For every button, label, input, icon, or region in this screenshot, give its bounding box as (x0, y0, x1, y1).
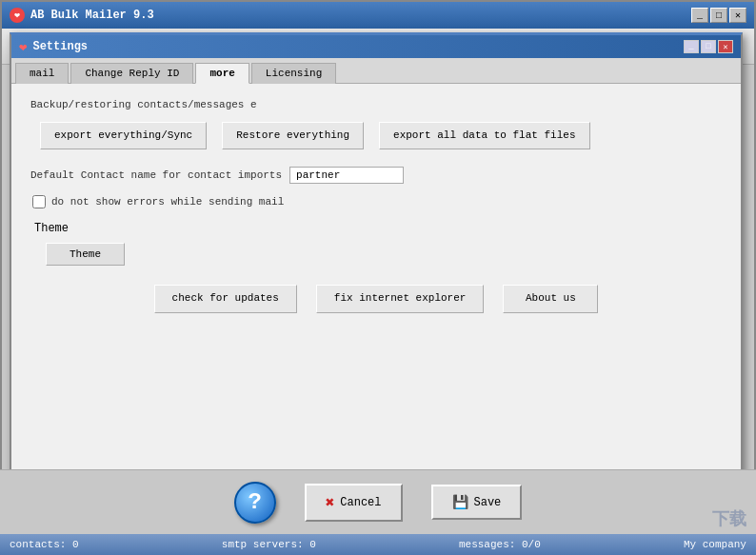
app-minimize-button[interactable]: _ (691, 8, 708, 23)
settings-title: ❤ Settings (19, 39, 88, 55)
app-title: AB Bulk Mailer 9.3 (30, 9, 154, 22)
save-button[interactable]: 💾 Save (431, 485, 523, 520)
theme-label: Theme (34, 222, 722, 235)
no-errors-row: do not show errors while sending mail (32, 195, 722, 208)
settings-titlebar: ❤ Settings _ □ ✕ (11, 35, 741, 58)
save-label: Save (474, 496, 502, 509)
settings-close-button[interactable]: ✕ (718, 40, 733, 53)
tabs-bar: mail Change Reply ID more Licensing (11, 58, 741, 84)
theme-button[interactable]: Theme (46, 243, 125, 266)
tab-mail[interactable]: mail (15, 63, 69, 84)
cancel-label: Cancel (340, 496, 381, 509)
default-contact-label: Default Contact name for contact imports (30, 169, 282, 181)
app-icon: ❤ (10, 8, 25, 23)
settings-title-text: Settings (32, 40, 88, 53)
status-contacts: contacts: 0 (10, 539, 79, 550)
check-updates-button[interactable]: check for updates (154, 285, 297, 312)
save-icon: 💾 (452, 494, 468, 510)
app-maximize-button[interactable]: □ (710, 8, 727, 23)
status-company: My company (684, 539, 746, 550)
theme-section: Theme Theme (30, 222, 722, 266)
about-button[interactable]: About us (503, 285, 598, 312)
status-smtp: smtp servers: 0 (222, 539, 316, 550)
watermark: 下载 (712, 507, 746, 530)
status-messages: messages: 0/0 (459, 539, 541, 550)
app-footer: ? ✖ Cancel 💾 Save (0, 469, 756, 534)
default-contact-input[interactable] (289, 167, 404, 184)
cancel-button[interactable]: ✖ Cancel (305, 484, 403, 522)
settings-controls: _ □ ✕ (684, 40, 733, 53)
tab-change-reply[interactable]: Change Reply ID (70, 63, 193, 84)
settings-dialog: ❤ Settings _ □ ✕ mail Change Reply ID mo… (10, 32, 743, 518)
app-titlebar-left: ❤ AB Bulk Mailer 9.3 (10, 8, 154, 23)
cancel-icon: ✖ (326, 493, 335, 512)
fix-ie-button[interactable]: fix internet explorer (316, 285, 485, 312)
help-button[interactable]: ? (234, 482, 276, 524)
export-flat-button[interactable]: export all data to flat files (379, 122, 589, 149)
app-window: ❤ AB Bulk Mailer 9.3 _ □ ✕ User Guide Se… (0, 0, 756, 555)
app-titlebar-controls: _ □ ✕ (691, 8, 746, 23)
app-close-button[interactable]: ✕ (729, 8, 746, 23)
backup-section-label: Backup/restoring contacts/messages e (30, 99, 722, 110)
no-errors-checkbox[interactable] (32, 195, 46, 208)
settings-restore-button[interactable]: □ (701, 40, 716, 53)
settings-body: Backup/restoring contacts/messages e exp… (11, 84, 741, 328)
app-titlebar: ❤ AB Bulk Mailer 9.3 _ □ ✕ (2, 2, 754, 29)
settings-minimize-button[interactable]: _ (684, 40, 699, 53)
restore-everything-button[interactable]: Restore everything (222, 122, 364, 149)
settings-icon: ❤ (19, 39, 27, 55)
status-bar: contacts: 0 smtp servers: 0 messages: 0/… (0, 534, 756, 555)
tab-more[interactable]: more (195, 63, 249, 84)
backup-buttons: export everything/Sync Restore everythin… (40, 122, 722, 149)
export-everything-button[interactable]: export everything/Sync (40, 122, 207, 149)
tab-licensing[interactable]: Licensing (251, 63, 336, 84)
default-contact-row: Default Contact name for contact imports (30, 167, 722, 184)
no-errors-label: do not show errors while sending mail (51, 196, 284, 208)
bottom-btn-row: check for updates fix internet explorer … (30, 285, 722, 312)
